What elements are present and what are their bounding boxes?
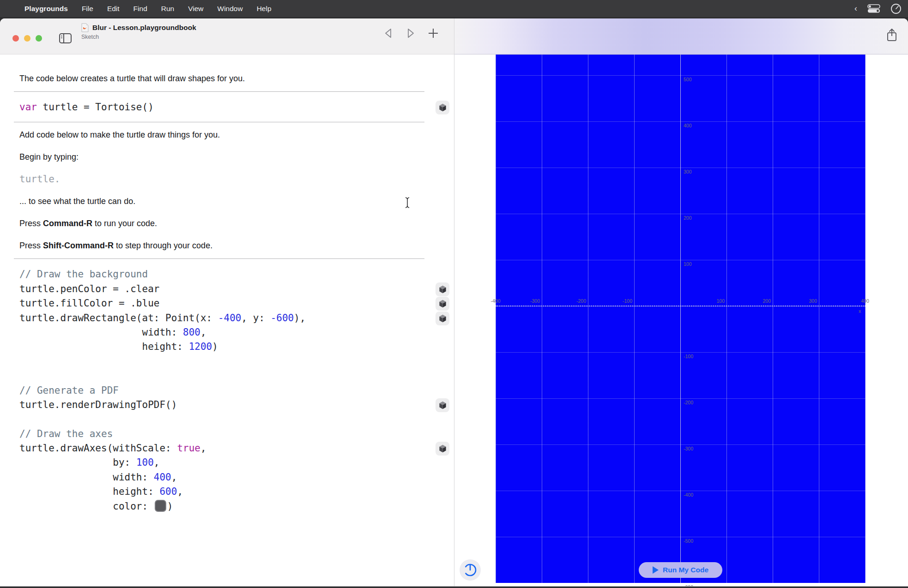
result-cube-button[interactable] [436, 398, 449, 412]
result-cube-button[interactable] [436, 442, 449, 456]
result-cube-button[interactable] [436, 297, 449, 311]
x-axis-label: -400 [488, 298, 503, 304]
x-axis-label: -300 [521, 298, 540, 304]
code-line[interactable]: height: 1200) [19, 340, 454, 354]
speedometer-icon[interactable] [460, 559, 481, 581]
x-axis-line [496, 306, 866, 306]
x-axis-label: 100 [706, 298, 725, 304]
prose-paragraph: Press Shift-Command-R to step through yo… [19, 240, 426, 251]
y-axis-label: 300 [684, 169, 692, 175]
y-axis-label: 200 [684, 215, 692, 221]
window-subtitle: Sketch [81, 34, 196, 40]
add-icon[interactable] [428, 28, 439, 39]
code-line[interactable]: // Draw the background [19, 267, 454, 282]
menu-item-help[interactable]: Help [257, 5, 272, 13]
y-axis-line [680, 54, 681, 583]
menu-item-find[interactable]: Find [133, 5, 147, 13]
x-axis-label: -200 [568, 298, 586, 304]
control-center-icon[interactable] [867, 4, 880, 13]
code-line[interactable]: height: 600, [19, 485, 454, 499]
y-axis-label: 400 [684, 123, 692, 129]
prose-paragraph: The code below creates a turtle that wil… [19, 73, 426, 84]
editor-pane[interactable]: The code below creates a turtle that wil… [0, 54, 454, 587]
separator [14, 122, 424, 122]
result-cube-button[interactable] [436, 312, 449, 325]
result-cube-button[interactable] [436, 282, 449, 296]
cube-icon [438, 401, 447, 410]
y-axis-label: -500 [684, 538, 693, 544]
menu-item-run[interactable]: Run [161, 5, 174, 13]
x-axis-label: 400 [858, 298, 872, 304]
code-line[interactable]: turtle.drawRectangle(at: Point(x: -400, … [19, 311, 454, 325]
y-axis-label: 100 [684, 261, 692, 267]
forward-icon[interactable] [406, 28, 416, 39]
drawing-canvas: Run My Code -400-300-200-100100200300400… [496, 54, 866, 583]
code-line[interactable]: var turtle = Tortoise() [19, 100, 454, 114]
window-controls [12, 35, 42, 42]
minimize-button[interactable] [24, 35, 30, 42]
code-block: // Draw the backgroundturtle.penColor = … [19, 267, 454, 514]
zoom-button[interactable] [36, 35, 42, 42]
code-line[interactable]: width: 800, [19, 325, 454, 340]
code-line[interactable] [19, 354, 454, 369]
color-swatch[interactable] [155, 500, 166, 512]
menu-item-window[interactable]: Window [218, 5, 243, 13]
cube-icon [438, 299, 447, 308]
separator [14, 258, 424, 259]
y-axis-label: -400 [684, 492, 693, 498]
result-cube-button[interactable] [436, 101, 449, 114]
ghost-code-hint: turtle. [19, 174, 426, 185]
y-axis-label: -200 [684, 400, 693, 406]
code-line[interactable]: turtle.fillColor = .blue [19, 296, 454, 311]
back-icon[interactable] [383, 28, 393, 39]
playgrounds-window: Blur - Lesson.playgroundbook Sketch [0, 18, 908, 587]
code-line[interactable]: turtle.renderDrawingToPDF() [19, 398, 454, 412]
x-axis-label: -100 [614, 298, 632, 304]
cube-icon [438, 444, 447, 453]
prose-paragraph: Press Command-R to run your code. [19, 218, 426, 229]
code-line[interactable]: width: 400, [19, 470, 454, 485]
y-axis-label: 500 [684, 77, 692, 83]
share-icon[interactable] [886, 28, 898, 42]
cube-icon [438, 314, 447, 323]
run-my-code-label: Run My Code [663, 566, 708, 574]
code-line[interactable]: // Draw the axes [19, 427, 454, 441]
playground-document-icon [81, 23, 89, 32]
code-line[interactable]: by: 100, [19, 456, 454, 470]
cube-icon [438, 285, 447, 294]
code-line[interactable] [19, 369, 454, 383]
y-axis-label: -600 [684, 584, 693, 587]
menu-item-edit[interactable]: Edit [107, 5, 120, 13]
play-icon [653, 566, 659, 574]
circle-dial-icon[interactable] [890, 3, 902, 14]
sidebar-toggle-icon[interactable] [59, 33, 72, 43]
y-axis-label: -100 [684, 354, 693, 360]
code-line[interactable]: // Generate a PDF [19, 384, 454, 398]
x-axis-label: 200 [752, 298, 771, 304]
toolbar: Blur - Lesson.playgroundbook Sketch [0, 18, 908, 54]
code-line[interactable]: color: ) [19, 499, 454, 514]
window-title: Blur - Lesson.playgroundbook [92, 24, 196, 32]
prose-paragraph: Add code below to make the turtle draw t… [19, 129, 426, 140]
code-line[interactable]: turtle.penColor = .clear [19, 282, 454, 296]
code-line[interactable] [19, 412, 454, 426]
app-menu-playgrounds[interactable]: Playgrounds [24, 5, 68, 13]
x-axis-letter: x [859, 308, 861, 314]
menu-item-view[interactable]: View [188, 5, 203, 13]
prose-paragraph: ... to see what the turtle can do. [19, 196, 426, 207]
prose-paragraph: Begin by typing: [19, 151, 426, 162]
separator [14, 91, 424, 92]
text-cursor-icon [405, 197, 410, 209]
code-line[interactable]: turtle.drawAxes(withScale: true, [19, 441, 454, 456]
menu-items: FileEditFindRunViewWindowHelp [82, 5, 272, 13]
code-block: var turtle = Tortoise() [19, 100, 454, 114]
menu-bar: Playgrounds FileEditFindRunViewWindowHel… [0, 0, 908, 17]
y-axis-label: -300 [684, 446, 693, 452]
run-my-code-button[interactable]: Run My Code [639, 562, 722, 578]
cube-icon [438, 103, 447, 112]
close-button[interactable] [12, 35, 19, 42]
x-axis-label: 300 [799, 298, 817, 304]
live-view-pane: Run My Code -400-300-200-100100200300400… [454, 54, 908, 587]
menu-item-file[interactable]: File [82, 5, 93, 13]
chevron-left-icon[interactable]: ‹ [854, 4, 857, 13]
